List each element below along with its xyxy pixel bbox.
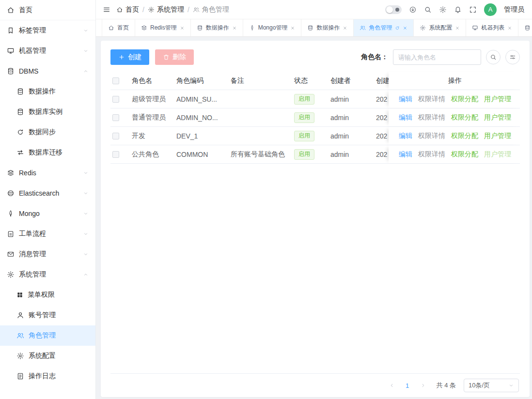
sidebar-item-tag-management[interactable]: 标签管理 (0, 20, 95, 41)
search-button[interactable] (486, 50, 501, 64)
tab-data-operations-2[interactable]: 数据操作 (301, 19, 354, 36)
moon-icon (395, 8, 399, 12)
breadcrumb-system-management[interactable]: 系统管理 (148, 5, 184, 14)
edit-link[interactable]: 编辑 (399, 150, 412, 159)
close-icon[interactable] (343, 26, 347, 31)
sidebar-item-account-management[interactable]: 账号管理 (0, 305, 95, 325)
sidebar-item-label: Mongo (19, 210, 40, 217)
filter-settings-button[interactable] (505, 50, 520, 64)
next-page-button[interactable] (417, 380, 429, 391)
tab-mongo-management[interactable]: Mongo管理 (243, 19, 302, 36)
refresh-icon[interactable] (395, 26, 400, 31)
close-icon[interactable] (290, 26, 295, 31)
select-all-checkbox[interactable] (112, 77, 119, 84)
database-icon (524, 25, 531, 31)
theme-switch[interactable] (385, 5, 402, 14)
sidebar-collapse-button[interactable] (103, 6, 110, 14)
arrow-down-circle-icon[interactable] (409, 6, 417, 14)
prev-page-button[interactable] (386, 380, 398, 391)
edit-link[interactable]: 编辑 (399, 132, 412, 140)
avatar[interactable]: A (484, 3, 497, 16)
workflow-icon (7, 230, 15, 238)
role-name-input[interactable] (393, 49, 481, 65)
column-created: 创建 (376, 77, 389, 85)
sidebar-item-operation-logs[interactable]: 操作日志 (0, 366, 95, 386)
search-icon[interactable] (424, 6, 432, 14)
edit-link[interactable]: 编辑 (399, 95, 412, 104)
page-number[interactable]: 1 (402, 382, 413, 389)
permission-detail-link[interactable]: 权限详情 (418, 95, 445, 104)
permission-assign-link[interactable]: 权限分配 (451, 113, 478, 122)
fullscreen-icon[interactable] (469, 6, 477, 14)
sidebar-item-system-management[interactable]: 系统管理 (0, 264, 95, 285)
permission-detail-link[interactable]: 权限详情 (418, 132, 445, 140)
chevron-right-icon (420, 383, 426, 388)
user-manage-link[interactable]: 用户管理 (484, 132, 511, 140)
sidebar-item-role-management[interactable]: 角色管理 (0, 325, 95, 346)
tab-role-management[interactable]: 角色管理 (354, 19, 414, 36)
sidebar-item-mongo[interactable]: Mongo (0, 203, 95, 224)
sidebar-item-database-migration[interactable]: 数据库迁移 (0, 142, 95, 163)
home-icon (108, 25, 114, 31)
sidebar-item-workflow[interactable]: 工单流程 (0, 224, 95, 244)
roles-table: 角色名 角色编码 备注 状态 创建者 创建 操作 超级管理员 ADMIN_SU.… (110, 72, 520, 374)
database-icon (16, 108, 24, 116)
sidebar-item-home[interactable]: 首页 (0, 0, 95, 20)
permission-assign-link[interactable]: 权限分配 (451, 150, 478, 159)
topbar-right: A 管理员 (385, 3, 524, 16)
tab-data-operations-1[interactable]: 数据操作 (191, 19, 243, 36)
grid-icon (16, 292, 23, 298)
row-checkbox[interactable] (112, 133, 119, 139)
row-checkbox[interactable] (112, 96, 119, 103)
sidebar-item-data-sync[interactable]: 数据同步 (0, 122, 95, 142)
breadcrumb-home[interactable]: 首页 (116, 5, 139, 14)
edit-link[interactable]: 编辑 (399, 113, 412, 122)
sidebar-item-database-instances[interactable]: 数据库实例 (0, 102, 95, 122)
tab-system-config[interactable]: 系统配置 (414, 19, 466, 36)
row-checkbox[interactable] (112, 114, 119, 121)
sidebar-item-menu-permissions[interactable]: 菜单权限 (0, 285, 95, 305)
column-status: 状态 (294, 77, 330, 85)
close-icon[interactable] (232, 26, 237, 31)
sidebar: 首页 标签管理 机器管理 DBMS 数据操作 数据库实例 数据同步 数据库迁移 … (0, 0, 96, 399)
sidebar-item-data-operations[interactable]: 数据操作 (0, 81, 95, 102)
permission-detail-link[interactable]: 权限详情 (418, 150, 445, 159)
sidebar-item-system-config[interactable]: 系统配置 (0, 346, 95, 366)
delete-button[interactable]: 删除 (155, 49, 194, 65)
chevron-down-icon (83, 170, 89, 176)
username[interactable]: 管理员 (504, 5, 524, 14)
tab-redis-management[interactable]: Redis管理 (135, 19, 191, 36)
user-manage-link[interactable]: 用户管理 (484, 113, 511, 122)
close-icon[interactable] (180, 26, 185, 31)
sidebar-item-dbms[interactable]: DBMS (0, 61, 95, 81)
table-header-row: 角色名 角色编码 备注 状态 创建者 创建 操作 (110, 72, 520, 90)
gear-icon (148, 6, 155, 13)
tab-data-operations-3[interactable]: 数据操作 (518, 19, 532, 36)
menu-icon (103, 6, 110, 14)
sidebar-item-machine-management[interactable]: 机器管理 (0, 41, 95, 61)
sidebar-item-elasticsearch[interactable]: Elasticsearch (0, 183, 95, 203)
status-badge: 启用 (294, 149, 314, 160)
user-manage-link[interactable]: 用户管理 (484, 95, 511, 104)
tab-machine-list[interactable]: 机器列表 (466, 19, 518, 36)
permission-assign-link[interactable]: 权限分配 (451, 95, 478, 104)
sidebar-item-label: 标签管理 (19, 26, 46, 35)
close-icon[interactable] (507, 26, 512, 31)
tab-home[interactable]: 首页 (102, 19, 135, 36)
page-size-select[interactable]: 10条/页 (464, 379, 519, 392)
sliders-icon (509, 54, 516, 61)
close-icon[interactable] (403, 26, 407, 31)
status-badge: 启用 (294, 112, 314, 123)
bell-icon[interactable] (454, 6, 462, 14)
sidebar-item-message-management[interactable]: 消息管理 (0, 244, 95, 264)
create-button[interactable]: 创建 (110, 49, 149, 65)
permission-detail-link[interactable]: 权限详情 (418, 113, 445, 122)
close-icon[interactable] (455, 26, 460, 31)
column-role-code: 角色编码 (176, 77, 231, 85)
sidebar-item-redis[interactable]: Redis (0, 163, 95, 183)
row-checkbox[interactable] (112, 151, 119, 158)
column-operations: 操作 (389, 72, 521, 90)
permission-assign-link[interactable]: 权限分配 (451, 132, 478, 140)
settings-icon[interactable] (439, 6, 447, 14)
cell-created: 202 (376, 151, 389, 158)
